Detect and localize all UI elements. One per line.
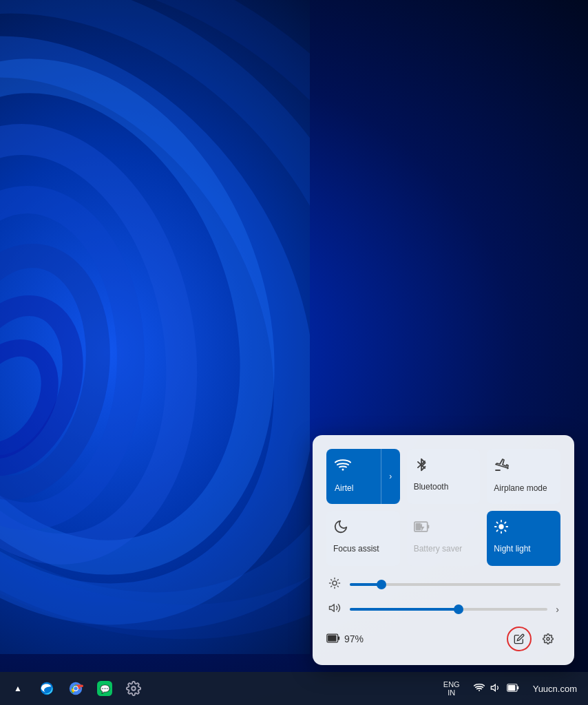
volume-slider[interactable] — [350, 608, 547, 611]
taskbar-wechat-icon[interactable]: 💬 — [92, 676, 117, 701]
airplane-icon — [494, 457, 510, 478]
watermark-text: Yuucn.com — [527, 682, 582, 695]
airplane-mode-tile-label: Airplane mode — [494, 483, 547, 493]
moon-icon — [333, 519, 348, 538]
svg-point-19 — [547, 638, 549, 640]
taskbar-edge-icon[interactable] — [34, 676, 59, 701]
bluetooth-icon — [414, 457, 429, 476]
language-code: ENG — [443, 680, 460, 688]
battery-saver-tile-label: Battery saver — [414, 544, 463, 554]
system-tray-icons[interactable] — [468, 680, 525, 698]
svg-point-27 — [132, 686, 136, 691]
svg-rect-17 — [328, 635, 337, 641]
taskbar-chrome-icon[interactable] — [63, 676, 88, 701]
focus-assist-tile[interactable]: Focus assist — [326, 511, 400, 566]
battery-saver-tile[interactable]: Battery saver — [407, 511, 481, 566]
svg-point-10 — [342, 469, 344, 471]
quick-settings-grid: Airtel › Bluetooth Airplane mode — [326, 449, 560, 566]
bluetooth-tile-label: Bluetooth — [414, 482, 449, 492]
edit-button[interactable] — [507, 627, 532, 651]
night-light-tile-label: Night light — [494, 544, 530, 554]
volume-expand-arrow[interactable]: › — [554, 602, 560, 616]
wallpaper-swirl — [0, 0, 310, 654]
footer-action-buttons — [507, 627, 560, 651]
brightness-slider-row — [326, 577, 560, 592]
brightness-icon — [326, 577, 343, 592]
focus-assist-tile-label: Focus assist — [333, 544, 379, 554]
volume-slider-row: › — [326, 602, 560, 617]
wifi-icon — [335, 457, 375, 478]
svg-rect-30 — [508, 684, 516, 690]
brightness-slider[interactable] — [350, 583, 560, 586]
svg-point-15 — [333, 581, 337, 585]
taskbar-settings-icon[interactable] — [121, 676, 146, 701]
svg-point-24 — [74, 686, 78, 691]
night-light-icon — [494, 519, 509, 538]
tray-battery-icon — [507, 683, 519, 695]
svg-point-28 — [479, 690, 480, 691]
tray-wifi-icon — [474, 682, 485, 695]
language-region: IN — [448, 688, 455, 697]
language-indicator: ENG IN — [443, 680, 460, 697]
svg-rect-31 — [517, 686, 518, 689]
wifi-tile[interactable]: Airtel › — [326, 449, 400, 504]
wifi-tile-label: Airtel — [335, 483, 375, 493]
svg-rect-13 — [427, 525, 429, 528]
bluetooth-tile[interactable]: Bluetooth — [407, 449, 481, 504]
svg-rect-18 — [338, 636, 340, 640]
taskbar-chevron-up[interactable]: ▲ — [6, 676, 30, 701]
settings-button[interactable] — [536, 627, 560, 651]
battery-status: 97% — [326, 633, 364, 646]
quick-settings-panel: Airtel › Bluetooth Airplane mode — [313, 435, 574, 665]
battery-icon-footer — [326, 633, 340, 646]
volume-icon — [326, 602, 343, 617]
night-light-tile[interactable]: Night light — [487, 511, 560, 566]
taskbar: ▲ — [0, 672, 588, 705]
wifi-expand-arrow[interactable]: › — [381, 449, 400, 504]
svg-text:💬: 💬 — [100, 684, 110, 694]
battery-percent: 97% — [344, 633, 364, 644]
tray-volume-icon — [490, 682, 501, 695]
battery-saver-icon — [414, 519, 430, 538]
quick-settings-footer: 97% — [326, 627, 560, 651]
airplane-mode-tile[interactable]: Airplane mode — [487, 449, 560, 504]
taskbar-left-area: ▲ — [6, 676, 146, 701]
svg-point-14 — [499, 524, 504, 529]
taskbar-right-area: ENG IN — [438, 677, 582, 699]
system-tray-language[interactable]: ENG IN — [438, 677, 465, 699]
wifi-tile-main[interactable]: Airtel — [326, 449, 381, 498]
